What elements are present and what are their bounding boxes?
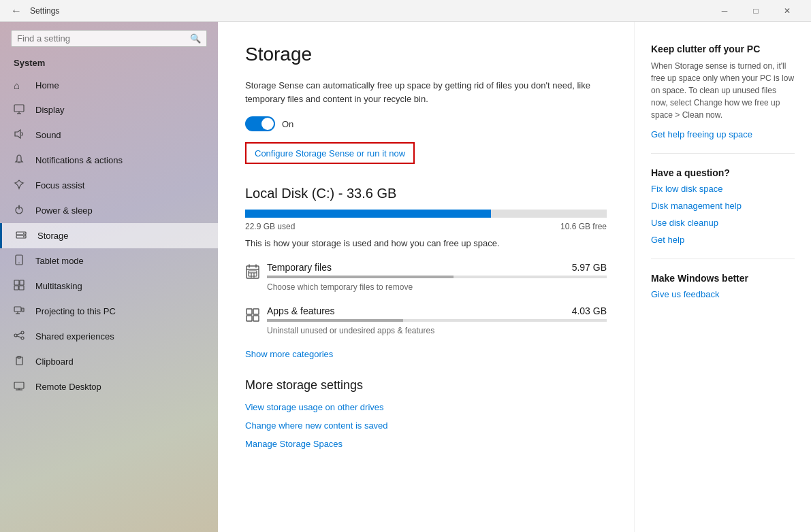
svg-rect-13 — [14, 280, 19, 285]
sidebar-item-multitasking[interactable]: Multitasking — [0, 273, 218, 299]
svg-point-23 — [21, 337, 24, 339]
temp-files-info: Temporary files 5.97 GB Choose which tem… — [267, 262, 607, 292]
disk-free-label: 10.6 GB free — [560, 222, 607, 231]
sidebar-item-storage[interactable]: Storage — [0, 223, 218, 248]
manage-storage-link[interactable]: Manage Storage Spaces — [245, 439, 607, 449]
projecting-icon — [14, 305, 27, 318]
temp-files-header: Temporary files 5.97 GB — [267, 262, 607, 273]
right-section2-title: Have a question? — [651, 167, 795, 178]
toggle-label: On — [282, 119, 293, 129]
sidebar-item-label: Power & sleep — [35, 205, 93, 216]
show-more-link[interactable]: Show more categories — [245, 349, 607, 359]
shared-icon — [14, 330, 27, 343]
sidebar-item-notifications[interactable]: Notifications & actions — [0, 148, 218, 173]
sidebar-item-power[interactable]: Power & sleep — [0, 198, 218, 223]
sidebar-item-display[interactable]: Display — [0, 97, 218, 122]
disk-used-label: 22.9 GB used — [245, 222, 295, 231]
sound-icon — [14, 129, 27, 142]
right-section3-title: Make Windows better — [651, 273, 795, 284]
sidebar-item-label: Remote Desktop — [35, 382, 101, 392]
sidebar-item-label: Notifications & actions — [35, 155, 123, 165]
storage-sense-desc: Storage Sense can automatically free up … — [245, 79, 607, 105]
get-help-link[interactable]: Get help — [651, 235, 795, 245]
svg-rect-42 — [253, 316, 259, 321]
tablet-icon — [14, 254, 27, 267]
apps-bar — [267, 319, 607, 322]
fix-low-disk-link[interactable]: Fix low disk space — [651, 184, 795, 194]
search-box[interactable]: 🔍 — [11, 30, 207, 47]
right-panel: Keep clutter off your PC When Storage se… — [634, 22, 811, 532]
main-content: Storage Storage Sense can automatically … — [218, 22, 634, 532]
app-title: Settings — [30, 6, 59, 16]
right-divider1 — [651, 153, 795, 154]
content-area: Storage Storage Sense can automatically … — [218, 22, 811, 532]
sidebar-item-sound[interactable]: Sound — [0, 122, 218, 148]
temp-files-size: 5.97 GB — [572, 262, 607, 273]
titlebar: ← Settings ─ □ ✕ — [0, 0, 811, 22]
configure-link[interactable]: Configure Storage Sense or run it now — [255, 148, 405, 159]
temp-files-bar — [267, 276, 607, 278]
sidebar-item-clipboard[interactable]: Clipboard — [0, 349, 218, 374]
page-title: Storage — [245, 44, 607, 65]
apps-header: Apps & features 4.03 GB — [267, 305, 607, 316]
display-icon — [14, 103, 27, 116]
temp-files-name: Temporary files — [267, 262, 332, 273]
disk-info-row: 22.9 GB used 10.6 GB free — [245, 222, 607, 231]
svg-point-9 — [23, 233, 25, 234]
storage-item-apps[interactable]: Apps & features 4.03 GB Uninstall unused… — [245, 305, 607, 335]
apps-info: Apps & features 4.03 GB Uninstall unused… — [267, 305, 607, 335]
window-controls: ─ □ ✕ — [709, 0, 803, 22]
more-settings-title: More storage settings — [245, 378, 607, 393]
sidebar-item-projecting[interactable]: Projecting to this PC — [0, 299, 218, 324]
multitasking-icon — [14, 280, 27, 293]
apps-sub: Uninstall unused or undesired apps & fea… — [267, 326, 434, 335]
minimize-button[interactable]: ─ — [709, 0, 740, 22]
apps-name: Apps & features — [267, 305, 335, 316]
svg-marker-3 — [15, 130, 20, 138]
disk-bar-used — [245, 210, 491, 218]
back-button[interactable]: ← — [8, 3, 25, 19]
storage-icon — [16, 229, 29, 242]
svg-point-21 — [14, 334, 17, 337]
sidebar-item-label: Focus assist — [35, 180, 84, 190]
sidebar-item-tablet[interactable]: Tablet mode — [0, 248, 218, 273]
sidebar-item-home[interactable]: ⌂ Home — [0, 73, 218, 97]
search-input[interactable] — [17, 33, 190, 44]
storage-item-temp[interactable]: Temporary files 5.97 GB Choose which tem… — [245, 262, 607, 292]
right-divider2 — [651, 259, 795, 259]
configure-link-box: Configure Storage Sense or run it now — [245, 142, 415, 164]
view-storage-link[interactable]: View storage usage on other drives — [245, 402, 607, 412]
sidebar-item-label: Home — [35, 80, 59, 90]
apps-bar-fill — [267, 319, 403, 322]
svg-line-24 — [17, 333, 21, 335]
disk-management-link[interactable]: Disk management help — [651, 201, 795, 211]
maximize-button[interactable]: □ — [740, 0, 772, 22]
right-section1-desc: When Storage sense is turned on, it'll f… — [651, 60, 795, 121]
svg-rect-40 — [253, 309, 259, 314]
give-feedback-link[interactable]: Give us feedback — [651, 289, 795, 299]
storage-sense-toggle[interactable] — [245, 116, 275, 131]
svg-rect-41 — [247, 316, 252, 321]
disk-cleanup-link[interactable]: Use disk cleanup — [651, 218, 795, 228]
sidebar-item-label: Clipboard — [35, 356, 74, 367]
svg-rect-39 — [247, 309, 252, 314]
sidebar-item-focus[interactable]: Focus assist — [0, 173, 218, 198]
sidebar: 🔍 System ⌂ Home Display Sound Notificati… — [0, 22, 218, 532]
app-layout: 🔍 System ⌂ Home Display Sound Notificati… — [0, 22, 811, 532]
close-button[interactable]: ✕ — [772, 0, 803, 22]
sidebar-item-label: Projecting to this PC — [35, 306, 116, 316]
svg-rect-17 — [14, 307, 21, 312]
change-content-link[interactable]: Change where new content is saved — [245, 420, 607, 431]
right-section1-title: Keep clutter off your PC — [651, 44, 795, 54]
disk-usage-desc: This is how your storage is used and how… — [245, 238, 607, 248]
sidebar-item-label: Multitasking — [35, 281, 82, 291]
home-icon: ⌂ — [14, 80, 27, 91]
sidebar-item-remote[interactable]: Remote Desktop — [0, 374, 218, 399]
svg-rect-35 — [249, 271, 257, 276]
svg-point-10 — [23, 236, 25, 237]
svg-rect-14 — [20, 280, 24, 285]
notifications-icon — [14, 154, 27, 167]
sidebar-item-shared[interactable]: Shared experiences — [0, 324, 218, 349]
get-help-freeing-link[interactable]: Get help freeing up space — [651, 129, 795, 139]
apps-icon — [245, 307, 267, 327]
